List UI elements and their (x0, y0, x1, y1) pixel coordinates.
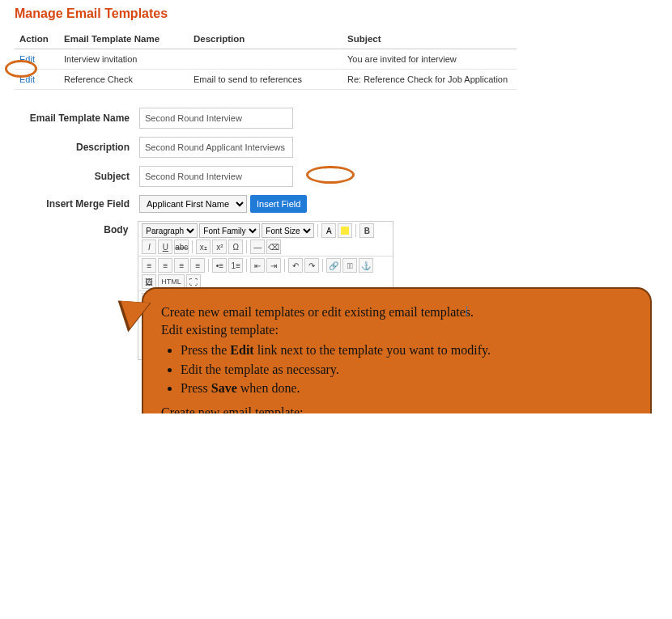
font-color-button[interactable]: A (321, 223, 336, 238)
description-input[interactable] (139, 137, 293, 158)
cell-name: Interview invitation (59, 49, 189, 70)
callout-edit-item: Press Save when done. (181, 379, 632, 397)
templates-table: Action Email Template Name Description S… (15, 29, 517, 90)
help-callout: | Create new email templates or edit exi… (142, 287, 652, 413)
highlight-color-button[interactable] (338, 223, 352, 238)
italic-button[interactable]: I (142, 240, 156, 254)
cell-desc: Email to send to references (189, 70, 342, 90)
align-right-button[interactable]: ≡ (174, 258, 189, 273)
anchor-button[interactable]: ⚓ (359, 258, 373, 273)
insert-field-button[interactable]: Insert Field (250, 195, 307, 213)
text-cursor-icon: | (466, 303, 468, 319)
font-family-select[interactable]: Font Family (199, 223, 260, 238)
cell-desc (189, 49, 342, 70)
edit-link[interactable]: Edit (19, 74, 35, 84)
hr-button[interactable]: — (250, 240, 265, 254)
strikethrough-button[interactable]: abc (174, 240, 189, 254)
callout-create-heading: Create new email template: (161, 404, 632, 413)
label-merge-field: Insert Merge Field (29, 198, 139, 210)
paragraph-select[interactable]: Paragraph (142, 223, 198, 238)
bulleted-list-button[interactable]: •≡ (212, 258, 227, 273)
th-action: Action (15, 29, 59, 49)
merge-field-select[interactable]: Applicant First Name (139, 195, 247, 213)
font-size-select[interactable]: Font Size (262, 223, 314, 238)
align-justify-button[interactable]: ≡ (190, 258, 205, 273)
callout-edit-item: Press the Edit link next to the template… (181, 341, 632, 359)
callout-edit-item: Edit the template as necessary. (181, 361, 632, 379)
template-name-input[interactable] (139, 108, 293, 129)
clear-format-button[interactable]: ⌫ (266, 240, 281, 254)
label-body: Body (29, 221, 138, 235)
th-description: Description (189, 29, 342, 49)
label-subject: Subject (29, 171, 139, 182)
align-left-button[interactable]: ≡ (142, 258, 156, 273)
superscript-button[interactable]: x² (212, 240, 227, 254)
edit-link[interactable]: Edit (19, 54, 35, 64)
subscript-button[interactable]: x₂ (196, 240, 211, 254)
redo-button[interactable]: ↷ (304, 258, 319, 273)
callout-intro: Create new email templates or edit exist… (161, 303, 632, 321)
cell-subject: Re: Reference Check for Job Application (342, 70, 517, 90)
label-description: Description (29, 142, 139, 153)
editor-toolbar-2: ≡ ≡ ≡ ≡ •≡ 1≡ ⇤ ⇥ ↶ ↷ 🔗 �⃠ ⚓ (138, 257, 393, 291)
special-char-button[interactable]: Ω (228, 240, 243, 254)
callout-edit-heading: Edit existing template: (161, 321, 632, 339)
cell-subject: You are invited for interview (342, 49, 517, 70)
bold-button[interactable]: B (359, 223, 374, 238)
page-title: Manage Email Templates (15, 6, 657, 21)
th-name: Email Template Name (59, 29, 189, 49)
editor-toolbar-1: Paragraph Font Family Font Size A B I U … (138, 222, 393, 257)
label-template-name: Email Template Name (29, 112, 139, 124)
th-subject: Subject (342, 29, 517, 49)
indent-button[interactable]: ⇥ (266, 258, 281, 273)
table-row: Edit Reference Check Email to send to re… (15, 70, 517, 90)
unlink-button[interactable]: �⃠ (342, 258, 357, 273)
align-center-button[interactable]: ≡ (158, 258, 172, 273)
cell-name: Reference Check (59, 70, 189, 90)
subject-input[interactable] (139, 166, 293, 187)
undo-button[interactable]: ↶ (288, 258, 303, 273)
numbered-list-button[interactable]: 1≡ (228, 258, 243, 273)
table-row: Edit Interview invitation You are invite… (15, 49, 517, 70)
underline-button[interactable]: U (158, 240, 172, 254)
outdent-button[interactable]: ⇤ (250, 258, 265, 273)
link-button[interactable]: 🔗 (326, 258, 341, 273)
